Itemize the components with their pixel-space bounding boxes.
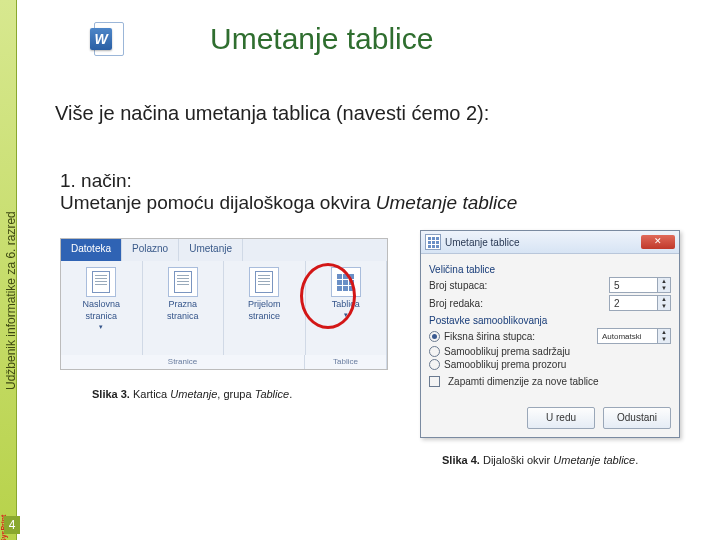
remember-row: Zapamti dimenzije za nove tablice (429, 376, 671, 387)
tab-datoteka[interactable]: Datoteka (61, 239, 122, 261)
dialog-title: Umetanje tablice (445, 237, 641, 248)
chevron-down-icon[interactable]: ▼ (658, 285, 670, 292)
label-window: Samooblikuj prema prozoru (444, 359, 566, 370)
dialog-buttons: U redu Odustani (527, 407, 671, 429)
tab-umetanje[interactable]: Umetanje (179, 239, 243, 261)
caption3: Slika 3. Kartica Umetanje, grupa Tablice… (92, 388, 292, 400)
grp-naslovna[interactable]: Naslovna stranica ▾ (61, 261, 143, 355)
grp-tablica[interactable]: Tablica ▾ (306, 261, 388, 355)
footer-tablice: Tablice (305, 355, 387, 369)
page-title: Umetanje tablice (210, 22, 433, 56)
table-icon (331, 267, 361, 297)
spine-text: Udžbenik informatike za 6. razred (4, 211, 18, 390)
label-content: Samooblikuj prema sadržaju (444, 346, 570, 357)
dialog-titlebar: Umetanje tablice ✕ (421, 231, 679, 254)
method1-ital: Umetanje tablice (376, 192, 518, 213)
chevron-down-icon: ▾ (344, 311, 348, 319)
cap3-i2: Tablice (255, 388, 289, 400)
chevron-down-icon[interactable]: ▼ (658, 303, 670, 310)
section-size: Veličina tablice (429, 264, 671, 275)
checkbox-remember[interactable] (429, 376, 440, 387)
method1-line: Umetanje pomoću dijaloškoga okvira (60, 192, 376, 213)
blank-page-icon (168, 267, 198, 297)
radio-row-fixed: Fiksna širina stupca: Automatski▲▼ (429, 328, 671, 344)
radio-window[interactable] (429, 359, 440, 370)
tab-polazno[interactable]: Polazno (122, 239, 179, 261)
radio-row-content: Samooblikuj prema sadržaju (429, 346, 671, 357)
close-button[interactable]: ✕ (641, 235, 675, 249)
footer-stranice: Stranice (61, 355, 305, 369)
val-cols: 5 (610, 280, 657, 291)
radio-content[interactable] (429, 346, 440, 357)
grp4-l1: Tablica (332, 299, 360, 309)
ribbon-body: Naslovna stranica ▾ Prazna stranica Prij… (61, 261, 387, 355)
val-rows: 2 (610, 298, 657, 309)
ribbon-footer: Stranice Tablice (61, 355, 387, 369)
grp1-l1: Naslovna (82, 299, 120, 309)
ribbon-tabs: Datoteka Polazno Umetanje (61, 239, 387, 261)
spinner-cols[interactable]: 5▲▼ (609, 277, 671, 293)
dialog-body: Veličina tablice Broj stupaca: 5▲▼ Broj … (421, 254, 679, 395)
radio-fixed[interactable] (429, 331, 440, 342)
cap3-bold: Slika 3. (92, 388, 130, 400)
cap3-r1: Kartica (130, 388, 170, 400)
row-rows: Broj redaka: 2▲▼ (429, 295, 671, 311)
figure3-ribbon: Datoteka Polazno Umetanje Naslovna stran… (60, 238, 388, 370)
label-fixed: Fiksna širina stupca: (444, 331, 535, 342)
chevron-up-icon[interactable]: ▲ (658, 329, 670, 336)
spinner-fixed[interactable]: Automatski▲▼ (597, 328, 671, 344)
caption4: Slika 4. Dijaloški okvir Umetanje tablic… (442, 454, 638, 466)
page-break-icon (249, 267, 279, 297)
val-fixed: Automatski (598, 332, 657, 341)
method1-num: 1. način: (60, 170, 132, 191)
chevron-down-icon[interactable]: ▼ (658, 336, 670, 343)
chevron-up-icon[interactable]: ▲ (658, 278, 670, 285)
label-remember: Zapamti dimenzije za nove tablice (448, 376, 599, 387)
grp2-l2: stranica (167, 311, 199, 321)
chevron-down-icon: ▾ (99, 323, 103, 331)
page-number: 4 (4, 516, 20, 534)
cancel-button[interactable]: Odustani (603, 407, 671, 429)
cap3-i1: Umetanje (170, 388, 217, 400)
cap4-end: . (635, 454, 638, 466)
label-rows: Broj redaka: (429, 298, 483, 309)
cap4-ital: Umetanje tablice (553, 454, 635, 466)
cap3-mid: , grupa (217, 388, 254, 400)
cap4-rest: Dijaloški okvir (480, 454, 553, 466)
table-icon (425, 234, 441, 250)
grp3-l1: Prijelom (248, 299, 281, 309)
word-icon: W (86, 18, 126, 58)
grp3-l2: stranice (248, 311, 280, 321)
grp1-l2: stranica (85, 311, 117, 321)
label-cols: Broj stupaca: (429, 280, 487, 291)
spinner-rows[interactable]: 2▲▼ (609, 295, 671, 311)
cap4-bold: Slika 4. (442, 454, 480, 466)
chevron-up-icon[interactable]: ▲ (658, 296, 670, 303)
figure4-dialog: Umetanje tablice ✕ Veličina tablice Broj… (420, 230, 680, 438)
ok-button[interactable]: U redu (527, 407, 595, 429)
grp2-l1: Prazna (168, 299, 197, 309)
method1-block: 1. način: Umetanje pomoću dijaloškoga ok… (60, 170, 690, 214)
grp-prijelom[interactable]: Prijelom stranice (224, 261, 306, 355)
row-columns: Broj stupaca: 5▲▼ (429, 277, 671, 293)
cap3-end: . (289, 388, 292, 400)
radio-row-window: Samooblikuj prema prozoru (429, 359, 671, 370)
intro-text: Više je načina umetanja tablica (navesti… (55, 102, 489, 125)
grp-prazna[interactable]: Prazna stranica (143, 261, 225, 355)
cover-page-icon (86, 267, 116, 297)
section-autofit: Postavke samooblikovanja (429, 315, 671, 326)
